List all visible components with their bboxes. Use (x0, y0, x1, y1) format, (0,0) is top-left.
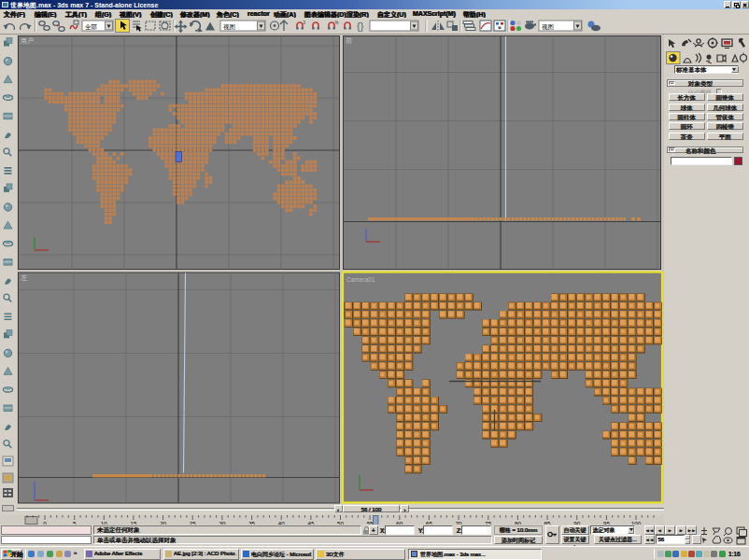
svg-text:{}: {} (357, 21, 364, 32)
svg-text:%: % (335, 21, 339, 25)
svg-text:视图: 视图 (223, 23, 235, 31)
svg-text:Camera01: Camera01 (346, 276, 375, 283)
svg-text:用户: 用户 (21, 37, 34, 45)
svg-text:3: 3 (304, 21, 306, 25)
svg-text:左: 左 (21, 274, 27, 281)
svg-text:全部: 全部 (85, 23, 97, 31)
svg-text:前: 前 (346, 37, 352, 44)
svg-text:视图: 视图 (542, 23, 554, 31)
